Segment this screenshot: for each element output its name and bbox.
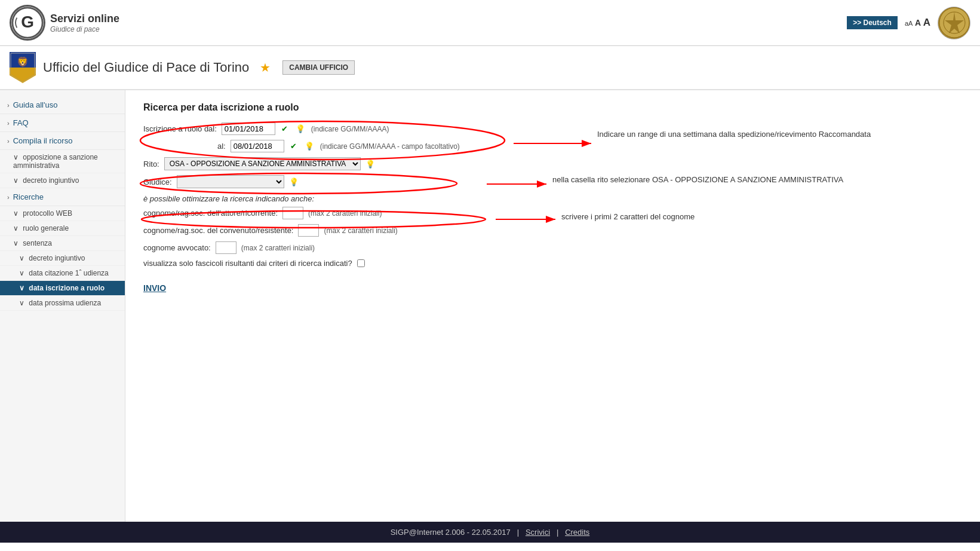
al-label: al:: [217, 142, 226, 151]
sidebar-sub-ruolo[interactable]: ∨ ruolo generale: [0, 221, 125, 236]
cognome-convenuto-hint: (max 2 caratteri iniziali): [324, 226, 397, 235]
cognome-avvocato-hint: (max 2 caratteri iniziali): [241, 244, 315, 252]
cognome-avvocato-row: cognome avvocato: (max 2 caratteri inizi…: [143, 241, 962, 254]
chevron-icon: ∨: [13, 224, 19, 232]
logo-area: G Servizi online Giudice di pace: [10, 5, 119, 41]
sidebar-sub-prossima[interactable]: ∨ data prossima udienza: [0, 296, 125, 311]
chevron-icon: ∨: [13, 209, 19, 218]
chevron-icon: ∨: [13, 239, 19, 247]
visualizza-checkbox[interactable]: [357, 259, 365, 267]
invio-section: INVIO: [143, 276, 962, 293]
svg-text:🦁: 🦁: [17, 56, 29, 68]
giudice-select[interactable]: [177, 175, 284, 188]
iscrizione-dal-input[interactable]: [222, 123, 275, 135]
giudice-help-icon[interactable]: 💡: [288, 176, 300, 188]
cambia-ufficio-button[interactable]: CAMBIA UFFICIO: [282, 60, 355, 75]
footer-separator1: |: [517, 528, 519, 537]
arrow-icon: ›: [7, 137, 10, 145]
sidebar-label-protocollo: protocollo WEB: [23, 209, 72, 218]
cognome-avvocato-label: cognome avvocato:: [143, 243, 211, 252]
arrow-icon: ›: [7, 194, 10, 201]
sidebar-label-ricerche: Ricerche: [13, 192, 44, 201]
help2-icon[interactable]: 💡: [303, 140, 315, 152]
deutsch-button[interactable]: >> Deutsch: [847, 16, 898, 29]
cognome-attore-hint: (max 2 caratteri iniziali): [308, 209, 382, 218]
font-size-controls: aA A A: [905, 17, 930, 29]
sidebar-sub-sentenza[interactable]: ∨ sentenza: [0, 236, 125, 251]
sidebar-label-ruolo: ruolo generale: [23, 224, 69, 232]
sidebar-item-guida[interactable]: › Guida all'uso: [0, 96, 125, 114]
office-bar: 🦁 Ufficio del Giudice di Pace di Torino …: [0, 46, 980, 90]
sidebar-label-guida: Guida all'uso: [13, 100, 58, 109]
chevron-icon: ∨: [19, 269, 24, 277]
cognome-convenuto-label: cognome/rag.soc. del convenuto/resistent…: [143, 226, 293, 235]
al-input[interactable]: [231, 140, 284, 152]
sidebar-label-prossima: data prossima udienza: [29, 299, 101, 307]
calendar2-icon[interactable]: ✔: [288, 140, 300, 152]
sidebar-sub-opposizione[interactable]: ∨ opposizione a sanzione amministrativa: [0, 150, 125, 173]
sidebar-sub-decreto2[interactable]: ∨ decreto ingiuntivo: [0, 251, 125, 266]
font-medium[interactable]: A: [915, 18, 921, 27]
arrow-icon: ›: [7, 120, 10, 127]
cognome-convenuto-row: cognome/rag.soc. del convenuto/resistent…: [143, 224, 962, 237]
page-heading: Ricerca per data iscrizione a ruolo: [143, 102, 962, 113]
sidebar-item-compila[interactable]: › Compila il ricorso: [0, 132, 125, 150]
favorite-star-icon[interactable]: ★: [260, 60, 271, 75]
ottimizzare-text: è possibile ottimizzare la ricerca indic…: [143, 194, 962, 203]
form-annotation-wrapper: Iscrizione a ruolo dal: ✔ 💡 (indicare GG…: [143, 123, 962, 188]
iscrizione-dal-hint: (indicare GG/MM/AAAA): [311, 125, 389, 133]
logo-text: Servizi online Giudice di pace: [50, 13, 119, 33]
rito-select[interactable]: OSA - OPPOSIZIONE A SANZIONE AMMINISTRAT…: [164, 157, 361, 170]
visualizza-row: visualizza solo fascicoli risultanti dai…: [143, 259, 962, 268]
sidebar-label-citazione: data citazione 1ˆ udienza: [29, 269, 108, 277]
cognome-attore-label: cognome/rag.soc. dell'attore/ricorrente:: [143, 209, 278, 218]
font-small[interactable]: aA: [905, 20, 913, 27]
content-area: Ricerca per data iscrizione a ruolo Iscr…: [125, 90, 980, 522]
sidebar-label-compila: Compila il ricorso: [13, 136, 73, 145]
cognome-convenuto-input[interactable]: [298, 224, 319, 237]
annotation-text-1: Indicare un range di una settimana dalla…: [597, 130, 871, 139]
chevron-icon: ∨: [19, 284, 24, 292]
sidebar-item-faq[interactable]: › FAQ: [0, 114, 125, 132]
header-right: >> Deutsch aA A A: [847, 7, 970, 39]
cognome-attore-input[interactable]: [282, 207, 303, 219]
sidebar-label-decreto: decreto ingiuntivo: [23, 176, 79, 185]
office-title: Ufficio del Giudice di Pace di Torino: [43, 60, 249, 75]
sidebar: › Guida all'uso › FAQ › Compila il ricor…: [0, 90, 125, 522]
republic-emblem: [938, 7, 970, 39]
footer-version: SIGP@Internet 2.006 - 22.05.2017: [391, 528, 511, 537]
chevron-icon: ∨: [19, 299, 24, 307]
chevron-icon: ∨: [19, 254, 24, 262]
help-icon[interactable]: 💡: [294, 123, 306, 135]
sidebar-label-iscrizione: data iscrizione a ruolo: [29, 284, 105, 292]
sidebar-item-ricerche[interactable]: › Ricerche: [0, 188, 125, 206]
logo-title: Servizi online: [50, 13, 119, 25]
font-large[interactable]: A: [923, 17, 930, 28]
sidebar-label-sentenza: sentenza: [23, 239, 52, 247]
arrow-icon: ›: [7, 102, 10, 109]
cognome-avvocato-input[interactable]: [216, 241, 236, 254]
annotation-text-2: nella casella rito selezionare OSA - OPP…: [552, 175, 843, 184]
sidebar-sub-citazione[interactable]: ∨ data citazione 1ˆ udienza: [0, 266, 125, 281]
visualizza-label: visualizza solo fascicoli risultanti dai…: [143, 259, 352, 268]
sidebar-sub-decreto[interactable]: ∨ decreto ingiuntivo: [0, 173, 125, 188]
scrivici-link[interactable]: Scrivici: [526, 528, 550, 537]
shield-icon: 🦁: [10, 52, 36, 83]
footer-separator2: |: [557, 528, 558, 537]
chevron-icon: ∨: [13, 153, 19, 161]
sidebar-sub-protocollo[interactable]: ∨ protocollo WEB: [0, 206, 125, 221]
svg-text:G: G: [21, 13, 34, 31]
sidebar-label-opposizione: opposizione a sanzione amministrativa: [13, 153, 98, 170]
sidebar-sub-iscrizione[interactable]: ∨ data iscrizione a ruolo: [0, 281, 125, 296]
chevron-icon: ∨: [13, 176, 19, 185]
rito-label: Rito:: [143, 160, 159, 169]
credits-link[interactable]: Credits: [565, 528, 589, 537]
logo-subtitle: Giudice di pace: [50, 25, 119, 33]
optimize-section: è possibile ottimizzare la ricerca indic…: [143, 194, 962, 268]
sidebar-label-decreto2: decreto ingiuntivo: [29, 254, 85, 262]
header: G Servizi online Giudice di pace >> Deut…: [0, 0, 980, 46]
calendar-icon[interactable]: ✔: [279, 123, 291, 135]
invio-button[interactable]: INVIO: [143, 283, 166, 293]
rito-help-icon[interactable]: 💡: [364, 158, 376, 170]
giudice-label: Giudice:: [143, 177, 172, 186]
